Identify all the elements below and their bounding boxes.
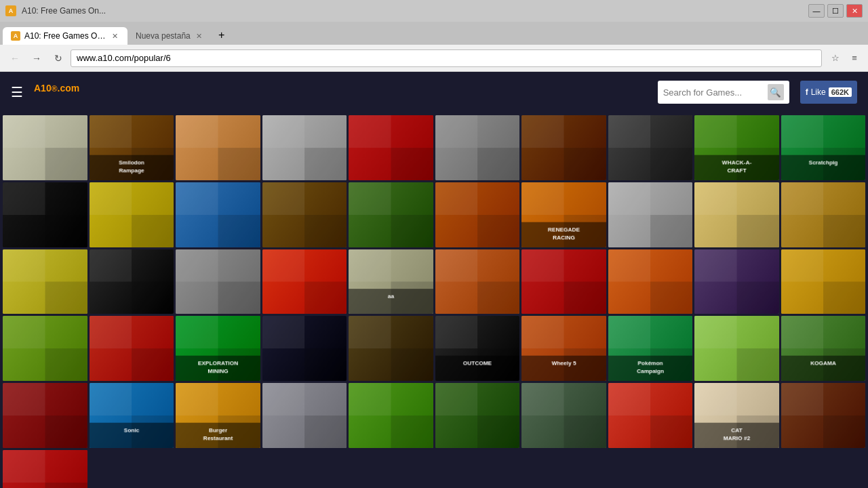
game-thumb-15[interactable] bbox=[349, 182, 433, 247]
game-thumb-50[interactable] bbox=[781, 383, 866, 448]
close-button[interactable]: ✕ bbox=[846, 4, 863, 18]
game-thumb-40[interactable] bbox=[781, 316, 866, 381]
game-thumb-7[interactable] bbox=[521, 115, 606, 180]
fb-like-label: Like bbox=[811, 87, 826, 97]
tab-favicon: A bbox=[11, 31, 20, 41]
game-thumb-41[interactable] bbox=[3, 383, 87, 448]
game-thumb-39[interactable] bbox=[694, 316, 779, 381]
game-thumb-4[interactable] bbox=[262, 115, 347, 180]
new-tab-label: Nueva pestaña bbox=[136, 31, 191, 41]
tab-close-button[interactable]: ✕ bbox=[110, 31, 119, 41]
game-thumb-21[interactable] bbox=[3, 249, 87, 314]
tab-a10[interactable]: A A10: Free Games On... ✕ bbox=[3, 27, 127, 45]
game-thumb-22[interactable] bbox=[90, 249, 174, 314]
new-tab[interactable]: Nueva pestaña ✕ bbox=[127, 27, 212, 45]
search-box: 🔍 bbox=[658, 81, 789, 104]
game-thumb-35[interactable] bbox=[349, 316, 433, 381]
address-bar[interactable] bbox=[71, 49, 822, 67]
game-thumb-37[interactable] bbox=[521, 316, 606, 381]
tab-label: A10: Free Games On... bbox=[24, 31, 106, 41]
game-thumb-49[interactable] bbox=[694, 383, 779, 448]
game-thumb-43[interactable] bbox=[176, 383, 260, 448]
game-thumb-45[interactable] bbox=[349, 383, 433, 448]
maximize-button[interactable]: ☐ bbox=[827, 4, 844, 18]
game-thumb-24[interactable] bbox=[262, 249, 347, 314]
minimize-button[interactable]: — bbox=[808, 4, 825, 18]
game-thumb-27[interactable] bbox=[521, 249, 606, 314]
game-thumb-34[interactable] bbox=[262, 316, 347, 381]
game-thumb-18[interactable] bbox=[608, 182, 693, 247]
facebook-like[interactable]: f Like 662K bbox=[800, 81, 857, 104]
game-thumb-47[interactable] bbox=[521, 383, 606, 448]
settings-icon[interactable]: ≡ bbox=[846, 50, 863, 66]
game-thumb-23[interactable] bbox=[176, 249, 260, 314]
forward-button[interactable]: → bbox=[27, 49, 46, 68]
game-thumb-26[interactable] bbox=[435, 249, 520, 314]
site-header: ☰ A10®.com 🔍 f Like 662K bbox=[0, 72, 868, 113]
game-thumb-51[interactable] bbox=[3, 450, 87, 488]
bookmark-icon[interactable]: ☆ bbox=[827, 50, 844, 66]
game-thumb-1[interactable] bbox=[3, 115, 87, 180]
fb-count: 662K bbox=[829, 87, 852, 97]
game-thumb-20[interactable] bbox=[781, 182, 866, 247]
game-thumb-30[interactable] bbox=[781, 249, 866, 314]
game-thumb-2[interactable] bbox=[90, 115, 174, 180]
game-thumb-14[interactable] bbox=[262, 182, 347, 247]
game-thumb-9[interactable] bbox=[694, 115, 779, 180]
game-thumb-46[interactable] bbox=[435, 383, 520, 448]
game-thumb-25[interactable] bbox=[349, 249, 433, 314]
game-thumb-28[interactable] bbox=[608, 249, 693, 314]
game-thumb-5[interactable] bbox=[349, 115, 433, 180]
game-thumb-8[interactable] bbox=[608, 115, 693, 180]
open-new-tab-button[interactable]: + bbox=[212, 26, 231, 45]
game-thumb-11[interactable] bbox=[3, 182, 87, 247]
site-logo[interactable]: A10®.com bbox=[34, 81, 79, 103]
game-thumb-12[interactable] bbox=[90, 182, 174, 247]
game-thumb-3[interactable] bbox=[176, 115, 260, 180]
search-button[interactable]: 🔍 bbox=[768, 84, 784, 100]
fb-icon: f bbox=[806, 87, 808, 97]
title-bar-text: A10: Free Games On... bbox=[22, 6, 106, 16]
browser-icon: A bbox=[5, 5, 16, 16]
back-button[interactable]: ← bbox=[5, 49, 24, 68]
game-thumb-17[interactable] bbox=[521, 182, 606, 247]
game-thumb-32[interactable] bbox=[90, 316, 174, 381]
game-thumb-13[interactable] bbox=[176, 182, 260, 247]
game-thumb-44[interactable] bbox=[262, 383, 347, 448]
game-thumb-16[interactable] bbox=[435, 182, 520, 247]
games-container bbox=[0, 113, 868, 488]
hamburger-menu[interactable]: ☰ bbox=[11, 84, 23, 100]
game-thumb-31[interactable] bbox=[3, 316, 87, 381]
game-thumb-29[interactable] bbox=[694, 249, 779, 314]
game-thumb-6[interactable] bbox=[435, 115, 520, 180]
search-input[interactable] bbox=[663, 87, 765, 98]
game-thumb-19[interactable] bbox=[694, 182, 779, 247]
game-thumb-10[interactable] bbox=[781, 115, 866, 180]
game-thumb-48[interactable] bbox=[608, 383, 693, 448]
reload-button[interactable]: ↻ bbox=[49, 49, 68, 68]
new-tab-close[interactable]: ✕ bbox=[195, 31, 204, 41]
game-thumb-38[interactable] bbox=[608, 316, 693, 381]
game-thumb-33[interactable] bbox=[176, 316, 260, 381]
game-thumb-42[interactable] bbox=[90, 383, 174, 448]
games-grid bbox=[3, 115, 865, 488]
game-thumb-36[interactable] bbox=[435, 316, 520, 381]
